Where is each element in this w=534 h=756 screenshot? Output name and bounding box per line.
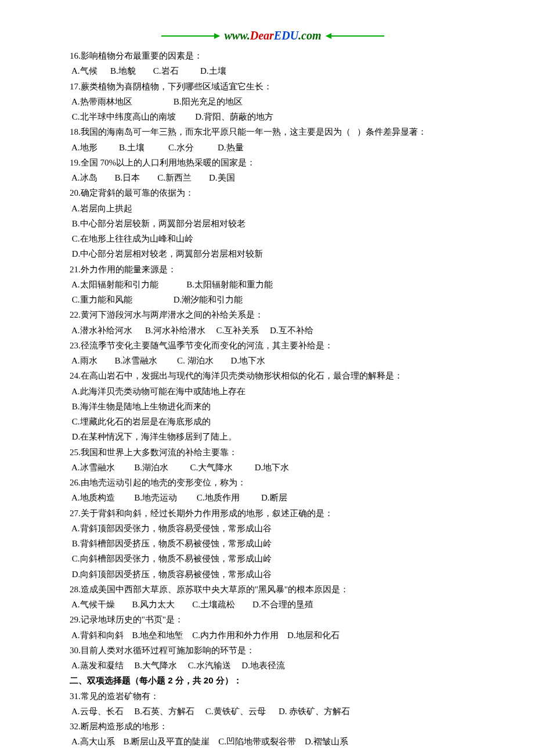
arrow-right-icon — [326, 35, 384, 37]
question-20-option-b: B.中心部分岩层较新，两翼部分岩层相对较老 — [70, 216, 476, 231]
question-20-option-d: D.中心部分岩层相对较老，两翼部分岩层相对较新 — [70, 246, 476, 261]
question-17-options-a: A.热带雨林地区 B.阳光充足的地区 — [70, 94, 476, 109]
page-container: www.DearEDU.com 16.影响植物分布最重要的因素是： A.气候 B… — [0, 0, 534, 756]
question-27-option-c: C.向斜槽部因受张力，物质不易被侵蚀，常形成山岭 — [70, 551, 476, 566]
question-23-options: A.雨水 B.冰雪融水 C. 湖泊水 D.地下水 — [70, 353, 476, 368]
content-body: 16.影响植物分布最重要的因素是： A.气候 B.地貌 C.岩石 D.土壤 17… — [70, 48, 476, 750]
question-31: 31.常见的造岩矿物有： — [70, 689, 476, 704]
question-32: 32.断层构造形成的地形： — [70, 719, 476, 734]
question-16: 16.影响植物分布最重要的因素是： — [70, 48, 476, 63]
question-19: 19.全国 70%以上的人口利用地热采暖的国家是： — [70, 155, 476, 170]
question-16-options: A.气候 B.地貌 C.岩石 D.土壤 — [70, 63, 476, 78]
question-32-options: A.高大山系 B.断层山及平直的陡崖 C.凹陷地带或裂谷带 D.褶皱山系 — [70, 734, 476, 749]
question-30-options: A.蒸发和凝结 B.大气降水 C.水汽输送 D.地表径流 — [70, 658, 476, 673]
question-20: 20.确定背斜的最可靠的依据为： — [70, 185, 476, 200]
question-18: 18.我国的海南岛可一年三熟，而东北平原只能一年一熟，这主要是因为（ ）条件差异… — [70, 124, 476, 139]
question-21-options-a: A.太阳辐射能和引力能 B.太阳辐射能和重力能 — [70, 277, 476, 292]
url-edu: EDU — [274, 29, 298, 42]
question-20-option-a: A.岩层向上拱起 — [70, 201, 476, 216]
question-17: 17.蕨类植物为喜阴植物，下列哪些区域适宜它生长： — [70, 79, 476, 94]
question-31-options: A.云母、长石 B.石英、方解石 C.黄铁矿、云母 D. 赤铁矿、方解石 — [70, 704, 476, 719]
question-26: 26.由地壳运动引起的地壳的变形变位，称为： — [70, 475, 476, 490]
question-27-option-b: B.背斜槽部因受挤压，物质不易被侵蚀，常形成山岭 — [70, 536, 476, 551]
question-28: 28.造成美国中西部大草原、原苏联中央大草原的"黑风暴"的根本原因是： — [70, 582, 476, 597]
question-22: 22.黄河下游段河水与两岸潜水之间的补给关系是： — [70, 307, 476, 322]
question-28-options: A.气候干燥 B.风力太大 C.土壤疏松 D.不合理的垦殖 — [70, 597, 476, 612]
question-24: 24.在高山岩石中，发掘出与现代的海洋贝壳类动物形状相似的化石，最合理的解释是： — [70, 368, 476, 383]
question-27: 27.关于背斜和向斜，经过长期外力作用形成的地形，叙述正确的是： — [70, 506, 476, 521]
question-17-options-b: C.北半球中纬度高山的南坡 D.背阳、荫蔽的地方 — [70, 109, 476, 124]
question-22-options: A.潜水补给河水 B.河水补给潜水 C.互补关系 D.互不补给 — [70, 323, 476, 338]
question-18-options: A.地形 B.土壤 C.水分 D.热量 — [70, 140, 476, 155]
question-29: 29.记录地球历史的"书页"是： — [70, 612, 476, 627]
question-24-option-c: C.埋藏此化石的岩层是在海底形成的 — [70, 414, 476, 429]
question-21: 21.外力作用的能量来源是： — [70, 262, 476, 277]
question-29-options: A.背斜和向斜 B.地垒和地堑 C.内力作用和外力作用 D.地层和化石 — [70, 628, 476, 643]
header-logo: www.DearEDU.com — [70, 29, 476, 42]
url-com: .com — [298, 29, 321, 42]
url-dear: Dear — [250, 29, 274, 42]
question-20-option-c: C.在地形上往往成为山峰和山岭 — [70, 231, 476, 246]
question-26-options: A.地质构造 B.地壳运动 C.地质作用 D.断层 — [70, 490, 476, 505]
question-30: 30.目前人类对水循环过程可施加影响的环节是： — [70, 643, 476, 658]
question-23: 23.径流季节变化主要随气温季节变化而变化的河流，其主要补给是： — [70, 338, 476, 353]
question-24-option-a: A.此海洋贝壳类动物可能在海中或陆地上存在 — [70, 384, 476, 399]
url-www: www. — [224, 29, 250, 42]
question-24-option-d: D.在某种情况下，海洋生物移居到了陆上。 — [70, 429, 476, 444]
question-21-options-b: C.重力能和风能 D.潮汐能和引力能 — [70, 292, 476, 307]
question-19-options: A.冰岛 B.日本 C.新西兰 D.美国 — [70, 170, 476, 185]
section-2-title: 二、双项选择题（每小题 2 分，共 20 分）： — [70, 673, 476, 688]
header-url: www.DearEDU.com — [224, 29, 321, 42]
footer: 用心 爱心 专心 122 号编辑 — [70, 750, 476, 757]
question-27-option-a: A.背斜顶部因受张力，物质容易受侵蚀，常形成山谷 — [70, 521, 476, 536]
question-24-option-b: B.海洋生物是陆地上生物进化而来的 — [70, 399, 476, 414]
question-25: 25.我国和世界上大多数河流的补给主要靠： — [70, 445, 476, 460]
arrow-left-icon — [161, 35, 219, 37]
question-27-option-d: D.向斜顶部因受挤压，物质容易被侵蚀，常形成山谷 — [70, 567, 476, 582]
question-25-options: A.冰雪融水 B.湖泊水 C.大气降水 D.地下水 — [70, 460, 476, 475]
